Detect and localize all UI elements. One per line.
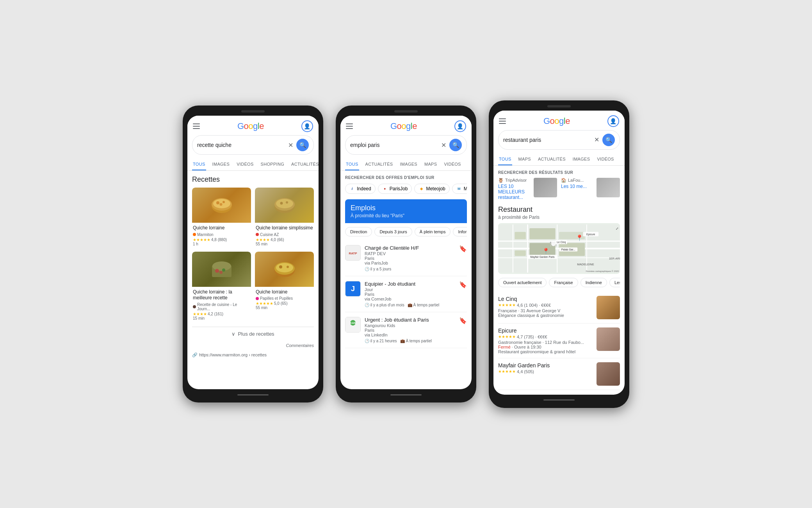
clear-icon-2[interactable]: ✕ bbox=[441, 141, 446, 149]
restaurant-section-title: Restaurant bbox=[498, 206, 620, 214]
filter-indienne[interactable]: Indienne bbox=[581, 278, 607, 287]
account-icon-2[interactable]: 👤 bbox=[454, 120, 466, 132]
recipes-section-title: Recettes bbox=[192, 175, 314, 184]
tab-videos-3[interactable]: VIDÉOS bbox=[596, 154, 614, 165]
svg-text:⤢: ⤢ bbox=[616, 226, 619, 230]
filter-pleintemps[interactable]: À plein temps bbox=[415, 227, 451, 236]
ta-link[interactable]: LES 10 MEILLEURS restaurant... bbox=[498, 184, 530, 200]
stars: ★★★★ bbox=[256, 238, 270, 242]
ta-link-2[interactable]: Les 10 me... bbox=[561, 184, 593, 189]
ta-thumb-2 bbox=[597, 178, 620, 197]
filter-ouvert[interactable]: Ouvert actuellement bbox=[498, 278, 547, 287]
filter-direction[interactable]: Direction bbox=[345, 227, 372, 236]
job-title-2: Equipier - Job étudiant bbox=[365, 281, 455, 287]
recipe-card-3[interactable]: Quiche lorraine : la meilleure recette R… bbox=[192, 252, 251, 322]
search-input[interactable] bbox=[197, 142, 285, 148]
hamburger-icon-3[interactable] bbox=[499, 118, 506, 124]
tab-images[interactable]: IMAGES bbox=[212, 159, 231, 170]
meteojob-icon: ◆ bbox=[418, 186, 424, 191]
tab-images-2[interactable]: IMAGES bbox=[399, 159, 418, 170]
recipe-time-1: 1 h bbox=[193, 242, 250, 246]
recipe-card-1[interactable]: Quiche lorraine Marmiton ★★★★★ 4,8 (880)… bbox=[192, 188, 251, 248]
rest-rating-3: ★★★★★ 4,4 (505) bbox=[498, 369, 593, 374]
tab-tous[interactable]: TOUS bbox=[192, 159, 206, 170]
recipe-card-2[interactable]: Quiche lorraine simplissime Cuisine AZ ★… bbox=[255, 188, 314, 248]
parisjob-pill[interactable]: ● ParisJob bbox=[378, 184, 412, 194]
search-bar: ✕ 🔍 bbox=[192, 135, 314, 155]
content-area-2: RECHERCHER DES OFFRES D'EMPLOI SUR i Ind… bbox=[340, 171, 472, 353]
tab-images-3[interactable]: IMAGES bbox=[572, 154, 591, 165]
search-input-2[interactable] bbox=[350, 142, 438, 148]
recipe-time-4: 55 min bbox=[256, 306, 313, 310]
restaurant-card-1[interactable]: Le Cinq ★★★★★ 4,6 (1 004) · €€€€ Françai… bbox=[498, 292, 620, 324]
restaurant-card-2[interactable]: Epicure ★★★★★ 4,7 (735) · €€€€ Gastronom… bbox=[498, 324, 620, 358]
tab-actualites-3[interactable]: ACTUALITÉS bbox=[537, 154, 566, 165]
restaurant-card-3[interactable]: Mayfair Garden Paris ★★★★★ 4,4 (505) bbox=[498, 358, 620, 390]
search-button[interactable]: 🔍 bbox=[296, 139, 309, 151]
tripadvisor-card[interactable]: 🦉 TripAdvisor LES 10 MEILLEURS restauran… bbox=[498, 178, 620, 200]
meteojob-pill[interactable]: ◆ Meteojob bbox=[414, 184, 449, 194]
job-card-1[interactable]: RATP Chargé de Clientèle H/F RATP DEV Pa… bbox=[345, 240, 467, 276]
tab-videos-2[interactable]: VIDÉOS bbox=[443, 159, 461, 170]
lafou-icon: 🏠 bbox=[561, 178, 566, 183]
bottom-bar-2 bbox=[340, 392, 472, 398]
search-tabs: TOUS IMAGES VIDÉOS SHOPPING ACTUALITÉS bbox=[187, 159, 319, 171]
stars-1: ★★★★★ bbox=[498, 303, 516, 307]
recipe-info-4: Quiche lorraine Papilles et Pupilles ★★★… bbox=[255, 287, 314, 312]
account-icon-3[interactable]: 👤 bbox=[607, 115, 619, 127]
svg-point-3 bbox=[216, 201, 219, 204]
recipe-card-4[interactable]: Quiche lorraine Papilles et Pupilles ★★★… bbox=[255, 252, 314, 322]
hamburger-icon-2[interactable] bbox=[346, 123, 353, 129]
recipe-image-2 bbox=[255, 188, 314, 223]
tab-tous-3[interactable]: TOUS bbox=[498, 154, 512, 165]
tab-tous-2[interactable]: TOUS bbox=[345, 159, 359, 170]
filter-3jours[interactable]: Depuis 3 jours bbox=[374, 227, 412, 236]
hamburger-icon[interactable] bbox=[193, 123, 200, 129]
filter-mieux[interactable]: Les mieux note... bbox=[609, 278, 620, 287]
more-pill[interactable]: M Mor... bbox=[452, 184, 467, 194]
account-icon[interactable]: 👤 bbox=[301, 120, 313, 132]
bottom-bar-3 bbox=[493, 397, 625, 403]
svg-rect-37 bbox=[515, 250, 526, 256]
filter-francaise[interactable]: Française bbox=[549, 278, 578, 287]
rest-desc-1: Élégance classique & gastronomie bbox=[498, 313, 593, 318]
search-button-3[interactable]: 🔍 bbox=[602, 134, 615, 146]
tab-maps-3[interactable]: MAPS bbox=[518, 154, 532, 165]
indeed-pill[interactable]: i Indeed bbox=[345, 184, 376, 194]
tab-maps-2[interactable]: MAPS bbox=[424, 159, 438, 170]
source-dot bbox=[256, 297, 259, 300]
svg-text:RATP: RATP bbox=[349, 252, 357, 255]
job-card-2[interactable]: J Equipier - Job étudiant Jour Paris via… bbox=[345, 276, 467, 312]
map-container[interactable]: 📍 🍽️ 📍 Epicure Le Cinq Palais Gar... May… bbox=[498, 223, 620, 274]
recipe-source-1: Marmiton bbox=[193, 233, 250, 237]
bookmark-icon-2[interactable]: 🔖 bbox=[459, 281, 467, 288]
tab-actualites-2[interactable]: ACTUALITÉS bbox=[365, 159, 394, 170]
filter-pills: Direction Depuis 3 jours À plein temps I… bbox=[345, 223, 467, 240]
phone2-screen: Google 👤 ✕ 🔍 TOUS ACTUALITÉS IMAGES MAPS… bbox=[340, 116, 472, 389]
job-info-3: Urgent : Job étudiant à Paris Kangourou … bbox=[365, 317, 455, 343]
ta-info: 🦉 TripAdvisor LES 10 MEILLEURS restauran… bbox=[498, 178, 530, 200]
search-input-3[interactable] bbox=[503, 137, 591, 143]
clear-icon[interactable]: ✕ bbox=[288, 141, 293, 149]
recipe-rating-1: ★★★★★ 4,8 (880) bbox=[193, 238, 250, 242]
svg-text:Palais Gar...: Palais Gar... bbox=[561, 248, 575, 250]
clear-icon-3[interactable]: ✕ bbox=[594, 136, 599, 143]
bookmark-icon-3[interactable]: 🔖 bbox=[459, 317, 467, 324]
job-card-3[interactable]: KAN Urgent : Job étudiant à Paris Kangou… bbox=[345, 312, 467, 348]
more-label: Mor... bbox=[464, 186, 467, 191]
phone-speaker bbox=[241, 110, 265, 113]
marmiton-link[interactable]: 🔗 https://www.marmiton.org › recettes bbox=[192, 350, 314, 360]
tab-actualites[interactable]: ACTUALITÉS bbox=[290, 159, 319, 170]
tab-shopping[interactable]: SHOPPING bbox=[260, 159, 285, 170]
recipe-info-1: Quiche lorraine Marmiton ★★★★★ 4,8 (880)… bbox=[192, 223, 251, 248]
recipe-info-3: Quiche lorraine : la meilleure recette R… bbox=[192, 287, 251, 322]
chevron-down-icon: ∨ bbox=[231, 331, 235, 337]
job-title-3: Urgent : Job étudiant à Paris bbox=[365, 317, 455, 323]
tab-videos[interactable]: VIDÉOS bbox=[236, 159, 254, 170]
bookmark-icon-1[interactable]: 🔖 bbox=[459, 245, 467, 252]
filter-informatique[interactable]: Informatique bbox=[453, 227, 467, 236]
more-recipes-button[interactable]: ∨ Plus de recettes bbox=[192, 327, 314, 341]
svg-text:KAN: KAN bbox=[350, 322, 356, 324]
search-button-2[interactable]: 🔍 bbox=[449, 139, 462, 151]
job-type-2: 💼 À temps partiel bbox=[408, 303, 439, 307]
